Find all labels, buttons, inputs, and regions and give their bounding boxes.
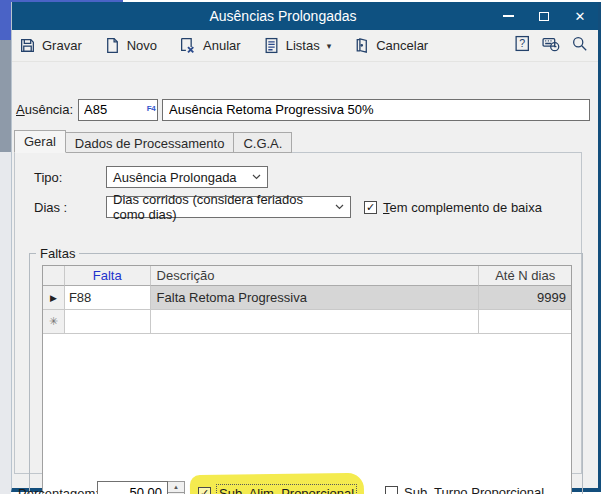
- annul-button[interactable]: Anular: [176, 35, 244, 56]
- cancel-label: Cancelar: [376, 38, 428, 53]
- save-label: Gravar: [42, 38, 82, 53]
- toolbar-right-icons: ?: [514, 35, 588, 56]
- complemento-baixa-checkbox[interactable]: ✓ Tem complemento de baixa: [364, 200, 542, 215]
- tab-geral[interactable]: Geral: [14, 130, 66, 153]
- percentagem-field-group: ▲ ▼: [97, 481, 185, 494]
- grid-header-row: Falta Descrição Até N dias: [43, 266, 571, 286]
- cell-descricao-empty[interactable]: [151, 310, 480, 334]
- chevron-down-icon: [329, 204, 350, 210]
- lookup-f4-icon[interactable]: F4: [147, 104, 155, 113]
- help-button[interactable]: ?: [514, 35, 531, 56]
- maximize-button[interactable]: [526, 2, 562, 30]
- cell-falta-empty[interactable]: [65, 310, 151, 334]
- tipo-combobox[interactable]: Ausência Prolongada: [106, 166, 268, 188]
- new-document-icon: [104, 37, 121, 54]
- absence-code-input[interactable]: [79, 102, 137, 117]
- dialog-window: Ausências Prolongadas ✕ Gravar Novo: [11, 2, 601, 492]
- exit-door-icon: [353, 37, 370, 54]
- table-row[interactable]: ▶ F88 Falta Retoma Progressiva 9999: [43, 286, 571, 310]
- annul-label: Anular: [203, 38, 241, 53]
- cell-ate-n-dias[interactable]: 9999: [479, 286, 571, 310]
- absence-header-row: Ausência: F4: [16, 98, 590, 121]
- sub-turno-proporcional-checkbox[interactable]: Sub. Turno Proporcional: [385, 485, 544, 494]
- titlebar: Ausências Prolongadas ✕: [12, 2, 598, 30]
- lists-icon: [263, 37, 280, 54]
- sub-alim-proporcional-checkbox[interactable]: ✓ Sub. Alim. Proporcional: [198, 485, 356, 494]
- new-row-indicator: ✳: [43, 310, 65, 334]
- dias-label: Dias :: [34, 200, 106, 215]
- form-content: Ausência: F4 Geral Dados de Processament…: [12, 62, 598, 491]
- new-button[interactable]: Novo: [101, 35, 160, 56]
- spinner-up-icon: ▲: [173, 484, 179, 490]
- search-button[interactable]: [571, 35, 588, 56]
- column-header-falta[interactable]: Falta: [65, 266, 151, 286]
- cell-descricao[interactable]: Falta Retoma Progressiva: [151, 286, 480, 310]
- sub-turno-proporcional-label: Sub. Turno Proporcional: [404, 485, 544, 494]
- toolbar: Gravar Novo Anular Listas ▾: [12, 30, 598, 62]
- checkbox-checked-icon: ✓: [364, 201, 377, 214]
- current-row-indicator: ▶: [43, 286, 65, 310]
- window-controls: ✕: [490, 2, 598, 30]
- checkbox-checked-icon: ✓: [198, 487, 211, 494]
- row-selector-header: [43, 266, 65, 286]
- tipo-value: Ausência Prolongada: [113, 170, 237, 185]
- lists-button[interactable]: Listas ▾: [260, 35, 335, 56]
- row-arrow-icon: ▶: [50, 293, 57, 303]
- percentagem-input[interactable]: [98, 482, 167, 494]
- save-icon: [19, 37, 36, 54]
- svg-text:?: ?: [519, 37, 525, 49]
- complemento-baixa-label: Tem complemento de baixa: [383, 200, 542, 215]
- absence-description-field[interactable]: [162, 99, 590, 121]
- absence-description-input[interactable]: [163, 100, 589, 120]
- new-label: Novo: [127, 38, 157, 53]
- background-window-edge: [0, 0, 11, 494]
- spinner-up-button[interactable]: ▲: [168, 481, 185, 493]
- close-icon: ✕: [575, 9, 586, 24]
- tab-cga[interactable]: C.G.A.: [234, 132, 292, 153]
- chevron-down-icon: [246, 174, 267, 180]
- absence-label: Ausência:: [16, 102, 73, 117]
- percentagem-label: Percentagem:: [18, 486, 99, 494]
- close-button[interactable]: ✕: [562, 2, 598, 30]
- shortcut-keys-history-button[interactable]: [542, 35, 560, 56]
- annul-document-icon: [179, 37, 197, 54]
- lists-label: Listas: [286, 38, 320, 53]
- new-row[interactable]: ✳: [43, 310, 571, 334]
- tab-strip: Geral Dados de Processamento C.G.A.: [14, 130, 292, 153]
- percentagem-spinner: ▲ ▼: [168, 481, 185, 494]
- lists-dropdown-icon: ▾: [327, 41, 332, 51]
- dias-row: Dias : Dias corridos (considera feriados…: [34, 196, 542, 218]
- absence-code-field[interactable]: F4: [78, 99, 158, 121]
- footer-row: Percentagem: ▲ ▼ ✓ Sub. Alim. Proporcion…: [12, 477, 598, 494]
- tipo-row: Tipo: Ausência Prolongada: [34, 166, 268, 188]
- cancel-button[interactable]: Cancelar: [350, 35, 431, 56]
- percentagem-field[interactable]: [97, 481, 168, 494]
- screen: Ausências Prolongadas ✕ Gravar Novo: [0, 0, 601, 494]
- tabpage-geral: Tipo: Ausência Prolongada Dias : Dias co…: [14, 152, 582, 474]
- window-title: Ausências Prolongadas: [12, 8, 490, 24]
- minimize-button[interactable]: [490, 2, 526, 30]
- maximize-icon: [539, 12, 549, 21]
- sub-alim-proporcional-label: Sub. Alim. Proporcional: [217, 485, 356, 494]
- column-header-ate-n-dias[interactable]: Até N dias: [479, 266, 571, 286]
- column-header-descricao[interactable]: Descrição: [151, 266, 480, 286]
- faltas-grid: Falta Descrição Até N dias ▶ F88 Falta R…: [42, 265, 572, 494]
- checkbox-unchecked-icon: [385, 486, 398, 494]
- cell-ate-n-dias-empty[interactable]: [479, 310, 571, 334]
- tab-dados-de-processamento[interactable]: Dados de Processamento: [66, 132, 235, 153]
- new-row-asterisk-icon: ✳: [49, 315, 58, 328]
- faltas-groupbox: Faltas Falta Descrição Até N dias ▶ F88 …: [29, 253, 583, 494]
- cell-falta[interactable]: F88: [65, 286, 151, 310]
- save-button[interactable]: Gravar: [16, 35, 85, 56]
- dias-combobox[interactable]: Dias corridos (considera feriados como d…: [106, 196, 351, 218]
- tipo-label: Tipo:: [34, 170, 106, 185]
- minimize-icon: [503, 15, 514, 17]
- dias-value: Dias corridos (considera feriados como d…: [113, 192, 329, 222]
- faltas-group-label: Faltas: [36, 246, 79, 261]
